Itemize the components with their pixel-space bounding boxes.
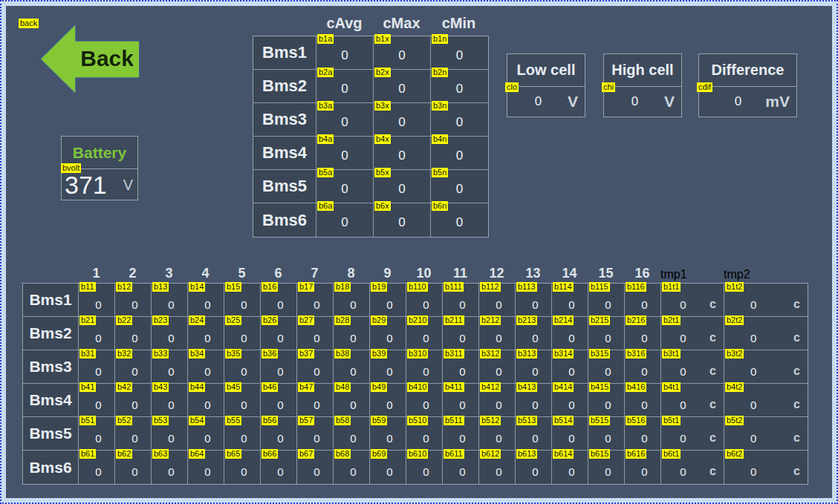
designer-tag-b41: b41: [79, 382, 96, 392]
designer-tag-b411: b411: [444, 382, 464, 392]
designer-tag-b610: b610: [407, 449, 428, 459]
temp-unit: c: [709, 431, 716, 445]
summary-column-header: cAvg: [316, 15, 373, 32]
designer-tag-b114: b114: [553, 282, 574, 292]
cell-value: 0: [341, 182, 348, 197]
cell-value: 0: [750, 465, 756, 478]
cell-value: 0: [641, 398, 647, 410]
voltage-cell: b180: [334, 284, 370, 317]
summary-cell: b5a0: [316, 170, 374, 203]
temp-unit: c: [709, 298, 716, 311]
voltage-cell: b290: [370, 317, 406, 350]
back-button[interactable]: Back: [41, 24, 139, 94]
voltage-cell: b3140: [552, 350, 588, 384]
designer-tag-b24: b24: [189, 315, 205, 325]
designer-tag-b14: b14: [189, 282, 205, 292]
voltage-cell: b4120: [479, 384, 516, 417]
voltage-cell: b450: [224, 384, 261, 417]
designer-tag-b16: b16: [262, 282, 278, 292]
cell-value: 0: [532, 298, 538, 310]
cell-value: 0: [241, 465, 247, 478]
voltage-cell: b6140: [552, 451, 588, 484]
temperature-cell: b2t20c: [724, 317, 808, 350]
voltage-cell: b2110: [443, 317, 479, 350]
summary-cell: b2n0: [431, 70, 488, 103]
designer-tag-b514: b514: [553, 416, 574, 425]
cell-value: 0: [680, 364, 686, 377]
cell-value: 0: [605, 465, 611, 478]
cell-value: 0: [168, 398, 174, 410]
cell-value: 0: [95, 465, 101, 478]
designer-tag-b17: b17: [298, 282, 314, 292]
cell-value: 0: [341, 48, 348, 63]
voltage-cell: b2100: [406, 317, 443, 350]
voltage-cell: b4130: [516, 384, 552, 417]
designer-tag-b210: b210: [407, 315, 428, 325]
cell-value: 0: [398, 148, 405, 163]
summary-cell: b4a0: [316, 137, 374, 170]
cell-value: 0: [568, 465, 574, 478]
cell-value: 0: [277, 465, 283, 478]
voltage-cell: b570: [297, 417, 334, 451]
designer-tag-b27: b27: [298, 315, 314, 325]
designer-tag-b43: b43: [152, 382, 169, 392]
high-cell-panel: High cell chi 0 V: [603, 53, 682, 117]
designer-tag-cdif: cdif: [697, 82, 712, 92]
voltage-cell: b3150: [588, 350, 625, 384]
designer-tag-b612: b612: [480, 449, 501, 459]
designer-tag-b39: b39: [371, 349, 387, 359]
designer-tag-b2a: b2a: [317, 68, 334, 77]
voltage-cell: b4150: [588, 384, 625, 417]
summary-cell: b3n0: [431, 103, 488, 137]
cell-value: 0: [350, 398, 356, 410]
voltage-cell: b360: [261, 350, 297, 384]
designer-tag-b3n: b3n: [432, 101, 448, 111]
cell-value: 0: [314, 364, 319, 377]
cell-value: 0: [204, 298, 210, 310]
low-cell-readout: clo 0 V: [507, 87, 585, 117]
designer-tag-b313: b313: [516, 349, 537, 359]
designer-tag-b213: b213: [516, 315, 537, 325]
voltage-cell: b540: [188, 417, 224, 451]
voltage-cell: b4160: [625, 384, 661, 417]
voltage-cell: b640: [188, 451, 224, 484]
designer-tag-b414: b414: [553, 382, 574, 392]
difference-title: Difference: [699, 54, 796, 87]
designer-tag-b5n: b5n: [432, 168, 448, 177]
designer-tag-b21: b21: [79, 315, 96, 325]
designer-tag-b415: b415: [589, 382, 610, 392]
designer-tag-b4x: b4x: [374, 134, 391, 144]
voltage-cell: b480: [334, 384, 370, 417]
cell-column-header: 11: [442, 266, 478, 281]
cell-value: 0: [459, 331, 465, 344]
cell-value: 0: [204, 398, 210, 410]
cell-value: 0: [680, 331, 686, 344]
designer-tag-b67: b67: [298, 449, 314, 459]
designer-tag-b56: b56: [262, 416, 278, 425]
designer-tag-b69: b69: [371, 449, 387, 459]
cell-value: 0: [277, 431, 283, 444]
voltage-cell: b3160: [625, 350, 661, 384]
cell-row: Bms4b410b420b430b440b450b460b470b480b490…: [23, 384, 808, 417]
designer-tag-b3t1: b3t1: [662, 349, 681, 359]
low-cell-panel: Low cell clo 0 V: [507, 53, 585, 117]
designer-tag-b45: b45: [225, 382, 241, 392]
voltage-cell: b2130: [516, 317, 552, 350]
designer-tag-b111: b111: [444, 282, 464, 292]
temperature-cell: b1t20c: [724, 284, 808, 317]
voltage-cell: b2140: [552, 317, 588, 350]
voltage-cell: b170: [297, 284, 334, 317]
cell-value: 0: [532, 465, 538, 478]
voltage-cell: b370: [297, 350, 334, 384]
cell-value: 0: [456, 215, 463, 230]
designer-tag-b6t1: b6t1: [662, 449, 681, 459]
cell-row: Bms3b310b320b330b340b350b360b370b380b390…: [23, 350, 808, 384]
designer-tag-b49: b49: [371, 382, 387, 392]
voltage-cell: b390: [370, 350, 406, 384]
designer-tag-b61: b61: [79, 449, 96, 459]
cell-value: 0: [341, 148, 348, 163]
row-label-bms3: Bms3: [253, 103, 316, 137]
cell-value: 0: [314, 298, 319, 310]
designer-tag-b116: b116: [626, 282, 646, 292]
designer-tag-b413: b413: [516, 382, 537, 392]
